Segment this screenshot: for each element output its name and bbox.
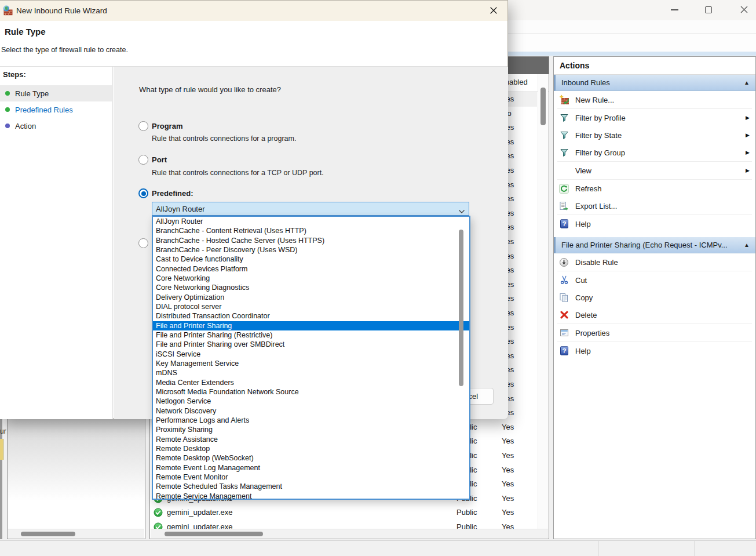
dropdown-item[interactable]: Core Networking <box>153 274 469 283</box>
action-delete[interactable]: Delete <box>554 306 755 324</box>
dropdown-item[interactable]: Remote Scheduled Tasks Management <box>153 482 469 491</box>
dropdown-item[interactable]: BranchCache - Hosted Cache Server (Uses … <box>153 236 469 245</box>
rule-row[interactable]: gemini_updater.exePublicYes <box>151 506 537 520</box>
action-label: Filter by Group <box>575 148 746 157</box>
status-divider <box>598 541 599 556</box>
actions-section-header[interactable]: File and Printer Sharing (Echo Request -… <box>554 237 755 253</box>
dropdown-scrollbar-thumb[interactable] <box>459 230 463 386</box>
close-window-icon[interactable] <box>734 2 754 17</box>
collapse-icon[interactable]: ▲ <box>744 242 750 248</box>
rule-type-radio-program[interactable] <box>138 121 148 131</box>
minimize-icon[interactable] <box>664 2 684 17</box>
svg-text:?: ? <box>562 347 566 354</box>
cut-icon <box>558 275 569 286</box>
step-bullet-icon <box>5 91 10 96</box>
dropdown-item[interactable]: DIAL protocol server <box>153 302 469 311</box>
rule-type-radio-predefined[interactable] <box>138 188 148 198</box>
action-new-rule[interactable]: New Rule... <box>554 91 755 108</box>
dropdown-item[interactable]: Distributed Transaction Coordinator <box>153 311 469 321</box>
export-icon <box>558 201 569 212</box>
dropdown-item[interactable]: Remote Assistance <box>153 435 469 444</box>
tree-horizontal-scrollbar[interactable] <box>8 529 144 538</box>
rule-enabled: Yes <box>502 494 514 503</box>
action-label: Properties <box>575 329 755 337</box>
scrollbar-thumb[interactable] <box>21 532 75 536</box>
combobox-value: AllJoyn Router <box>156 205 205 213</box>
action-label: Export List... <box>575 202 755 210</box>
chevron-down-icon <box>458 207 465 216</box>
action-disable-rule[interactable]: Disable Rule <box>554 253 755 271</box>
dropdown-item[interactable]: Remote Desktop <box>153 444 469 453</box>
action-export-list[interactable]: Export List... <box>554 197 755 215</box>
predefined-combobox[interactable]: AllJoyn Router <box>152 202 469 216</box>
tree-gradient <box>8 414 145 501</box>
page-subtitle: Select the type of firewall rule to crea… <box>1 46 128 54</box>
dropdown-item[interactable]: Delivery Optimization <box>153 293 469 302</box>
action-label: Disable Rule <box>575 258 755 267</box>
dropdown-item[interactable]: BranchCache - Content Retrieval (Uses HT… <box>153 226 469 235</box>
dropdown-item[interactable]: Proximity Sharing <box>153 425 469 434</box>
step-label: Predefined Rules <box>15 106 73 114</box>
predefined-dropdown-list: AllJoyn RouterBranchCache - Content Retr… <box>152 216 470 500</box>
firewall-icon <box>2 5 13 16</box>
dropdown-item[interactable]: Netlogon Service <box>153 397 469 406</box>
dropdown-item[interactable]: File and Printer Sharing (Restrictive) <box>153 330 469 340</box>
dropdown-item[interactable]: Microsoft Media Foundation Network Sourc… <box>153 387 469 397</box>
wizard-step-rule-type: Rule Type <box>0 85 112 101</box>
actions-panel-title: Actions <box>554 57 755 75</box>
svg-text:?: ? <box>562 220 566 227</box>
steps-panel: Steps: Rule TypePredefined RulesAction <box>0 67 113 419</box>
dropdown-item[interactable]: iSCSI Service <box>153 350 469 359</box>
dropdown-item[interactable]: Core Networking Diagnostics <box>153 283 469 292</box>
action-filter-by-state[interactable]: Filter by State▶ <box>554 126 755 144</box>
dropdown-item[interactable]: Media Center Extenders <box>153 378 469 387</box>
dropdown-item[interactable]: File and Printer Sharing over SMBDirect <box>153 340 469 349</box>
action-cut[interactable]: Cut <box>554 271 755 289</box>
status-bar <box>0 540 756 556</box>
scrollbar-thumb[interactable] <box>165 532 263 536</box>
rule-type-option-description: Rule that controls connections for a TCP… <box>152 169 324 177</box>
dropdown-item[interactable]: AllJoyn Router <box>153 217 469 226</box>
action-view[interactable]: View▶ <box>554 162 755 179</box>
scrollbar-thumb[interactable] <box>540 88 546 125</box>
rule-enabled: Yes <box>502 508 514 517</box>
dropdown-item[interactable]: Performance Logs and Alerts <box>153 416 469 425</box>
rule-type-option-label: Program <box>152 122 182 130</box>
rule-type-radio-port[interactable] <box>138 155 148 165</box>
rule-type-option-label: Predefined: <box>152 189 193 198</box>
dialog-close-icon[interactable] <box>486 3 501 17</box>
actions-section-header[interactable]: Inbound Rules▲ <box>554 75 755 91</box>
rules-vertical-scrollbar[interactable] <box>538 74 548 529</box>
dropdown-item[interactable]: Remote Event Log Management <box>153 463 469 473</box>
wizard-step-predefined-rules: Predefined Rules <box>0 101 112 118</box>
action-help[interactable]: ?Help <box>554 215 755 232</box>
action-refresh[interactable]: Refresh <box>554 180 755 197</box>
disable-icon <box>558 257 569 268</box>
action-label: Help <box>575 220 755 228</box>
rule-type-radio-option4[interactable] <box>138 238 148 248</box>
dropdown-item[interactable]: Remote Desktop (WebSocket) <box>153 453 469 463</box>
dropdown-item[interactable]: Connected Devices Platform <box>153 264 469 274</box>
dropdown-item[interactable]: Cast to Device functionality <box>153 255 469 264</box>
rules-horizontal-scrollbar[interactable] <box>151 529 548 538</box>
dropdown-item[interactable]: Remote Service Management <box>153 492 469 501</box>
dropdown-item[interactable]: File and Printer Sharing <box>153 321 469 330</box>
action-filter-by-group[interactable]: Filter by Group▶ <box>554 144 755 161</box>
submenu-arrow-icon: ▶ <box>746 150 755 155</box>
collapse-icon[interactable]: ▲ <box>744 79 750 86</box>
dropdown-item[interactable]: BranchCache - Peer Discovery (Uses WSD) <box>153 245 469 255</box>
action-copy[interactable]: Copy <box>554 289 755 306</box>
step-label: Action <box>15 122 36 130</box>
action-label: Filter by State <box>575 131 746 140</box>
dropdown-item[interactable]: mDNS <box>153 368 469 377</box>
action-filter-by-profile[interactable]: Filter by Profile▶ <box>554 109 755 126</box>
action-help[interactable]: ?Help <box>554 342 755 359</box>
action-label: Filter by Profile <box>575 114 746 122</box>
dialog-titlebar: New Inbound Rule Wizard <box>0 1 507 21</box>
action-properties[interactable]: Properties <box>554 324 755 341</box>
rule-type-option-label: Port <box>152 155 167 164</box>
dropdown-item[interactable]: Remote Event Monitor <box>153 473 469 482</box>
maximize-icon[interactable] <box>699 2 718 17</box>
dropdown-item[interactable]: Key Management Service <box>153 359 469 368</box>
dropdown-item[interactable]: Network Discovery <box>153 406 469 416</box>
